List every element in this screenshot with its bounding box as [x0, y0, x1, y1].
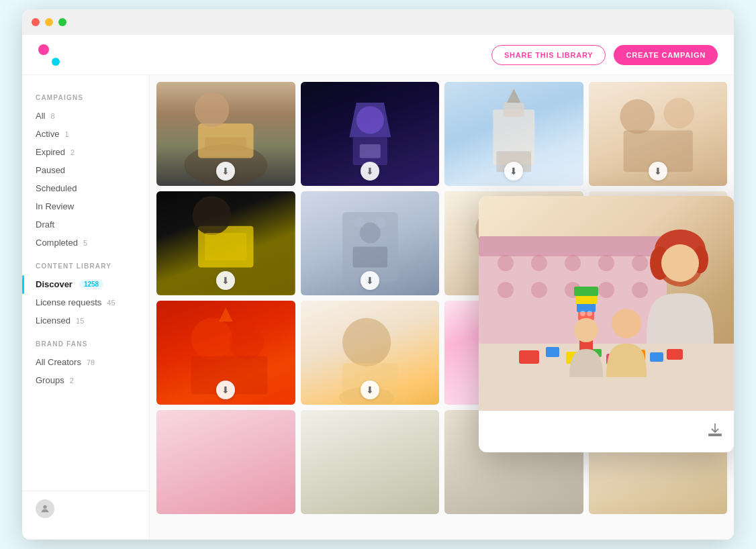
svg-point-51	[598, 255, 614, 271]
svg-point-32	[191, 318, 233, 360]
svg-point-80	[574, 318, 598, 342]
download-button[interactable]: ⬇	[361, 162, 379, 181]
share-library-button[interactable]: SHARE THIS LIBRARY	[491, 45, 606, 65]
sidebar-item-all-creators[interactable]: All Creators 78	[22, 353, 149, 371]
sidebar-label-discover: Discover	[36, 279, 73, 289]
svg-rect-25	[352, 246, 387, 267]
sidebar-label-license-requests: License requests	[36, 297, 101, 307]
svg-rect-13	[504, 103, 524, 117]
logo-icon	[38, 44, 60, 66]
svg-point-17	[663, 98, 694, 128]
sidebar-item-license-requests[interactable]: License requests 45	[22, 293, 149, 311]
sidebar-item-draft[interactable]: Draft	[22, 215, 149, 234]
titlebar	[22, 9, 734, 35]
svg-rect-22	[205, 233, 246, 260]
sidebar-label-completed: Completed	[36, 238, 78, 248]
app-window: SHARE THIS LIBRARY CREATE CAMPAIGN CAMPA…	[22, 9, 734, 540]
enlarged-card-footer	[479, 411, 734, 452]
content-library-section-title: CONTENT LIBRARY	[22, 262, 149, 275]
logo-dot-cyan	[52, 58, 60, 66]
content-area: ⬇ ⬇	[150, 75, 734, 540]
sidebar-badge-licensed: 15	[76, 317, 84, 325]
svg-point-4	[195, 92, 230, 127]
sidebar-badge-expired: 2	[70, 148, 75, 156]
sidebar-badge-all: 8	[50, 112, 54, 120]
sidebar-item-in-review[interactable]: In Review	[22, 197, 149, 215]
svg-point-50	[565, 255, 581, 271]
sidebar-label-draft: Draft	[36, 219, 54, 230]
svg-point-78	[661, 244, 699, 282]
svg-point-33	[229, 325, 264, 360]
sidebar-label-in-review: In Review	[36, 201, 74, 211]
download-button[interactable]: ⬇	[216, 381, 235, 399]
sidebar-label-scheduled: Scheduled	[36, 183, 77, 193]
download-button[interactable]: ⬇	[361, 271, 379, 290]
sidebar-item-discover[interactable]: Discover 1258	[22, 275, 149, 293]
sidebar-label-licensed: Licensed	[36, 315, 70, 326]
svg-rect-81	[709, 434, 721, 436]
download-button[interactable]: ⬇	[216, 271, 235, 290]
svg-point-9	[356, 106, 383, 134]
sidebar-bottom	[22, 491, 149, 526]
photo-thumbnail[interactable]	[156, 410, 295, 514]
svg-point-52	[632, 255, 648, 271]
sidebar-item-active[interactable]: Active 1	[22, 125, 149, 143]
sidebar-item-all[interactable]: All 8	[22, 107, 149, 125]
list-item: ⬇	[589, 82, 728, 186]
svg-point-53	[498, 282, 514, 298]
sidebar-label-expired: Expired	[36, 147, 65, 157]
list-item: ⬇	[301, 191, 440, 295]
sidebar-label-paused: Paused	[36, 165, 65, 175]
sidebar-item-paused[interactable]: Paused	[22, 161, 149, 179]
list-item: ⬇	[156, 82, 295, 186]
sidebar-item-licensed[interactable]: Licensed 15	[22, 311, 149, 330]
sidebar-badge-groups: 2	[70, 377, 74, 385]
sidebar-label-all-creators: All Creators	[36, 357, 81, 367]
brand-fans-section-title: BRAND FANS	[22, 340, 149, 353]
svg-point-36	[342, 318, 390, 366]
logo	[38, 44, 60, 66]
svg-point-49	[531, 255, 547, 271]
sidebar-label-active: Active	[36, 129, 59, 139]
sidebar-badge-completed: 5	[83, 239, 87, 247]
sidebar-item-expired[interactable]: Expired 2	[22, 143, 149, 161]
sidebar-badge-all-creators: 78	[87, 358, 95, 366]
close-dot[interactable]	[32, 18, 40, 26]
enlarged-download-button[interactable]	[707, 421, 723, 442]
minimize-dot[interactable]	[45, 18, 53, 26]
user-avatar[interactable]	[36, 499, 54, 518]
download-button[interactable]: ⬇	[216, 162, 235, 181]
active-indicator	[22, 275, 24, 294]
list-item: ⬇	[301, 301, 440, 405]
svg-rect-59	[519, 350, 539, 364]
svg-rect-65	[650, 352, 663, 362]
list-item: ⬇	[444, 82, 583, 186]
sidebar-item-completed[interactable]: Completed 5	[22, 234, 149, 252]
create-campaign-button[interactable]: CREATE CAMPAIGN	[614, 45, 718, 65]
list-item: ⬇	[301, 82, 440, 186]
enlarged-photo-image[interactable]	[479, 196, 734, 411]
photo-thumbnail[interactable]	[301, 410, 440, 514]
maximize-dot[interactable]	[58, 18, 66, 26]
svg-point-56	[598, 282, 614, 298]
download-button[interactable]: ⬇	[649, 162, 667, 181]
sidebar-item-groups[interactable]: Groups 2	[22, 371, 149, 389]
top-bar: SHARE THIS LIBRARY CREATE CAMPAIGN	[22, 35, 734, 75]
svg-point-27	[375, 217, 386, 228]
sidebar-label-groups: Groups	[36, 375, 64, 385]
sidebar-badge-discover: 1258	[79, 280, 103, 289]
svg-point-48	[498, 255, 514, 271]
svg-point-54	[531, 282, 547, 298]
sidebar-item-scheduled[interactable]: Scheduled	[22, 179, 149, 197]
download-button[interactable]: ⬇	[504, 162, 523, 181]
sidebar-badge-license-requests: 45	[107, 299, 115, 307]
svg-point-73	[587, 311, 592, 316]
sidebar: CAMPAIGNS All 8 Active 1 Expired 2 Pause…	[22, 75, 150, 540]
svg-point-21	[193, 196, 232, 235]
svg-point-57	[632, 282, 648, 298]
list-item	[301, 410, 440, 514]
svg-point-26	[354, 217, 365, 228]
download-button[interactable]: ⬇	[361, 381, 379, 399]
sidebar-badge-active: 1	[64, 130, 68, 138]
svg-rect-66	[667, 349, 683, 360]
